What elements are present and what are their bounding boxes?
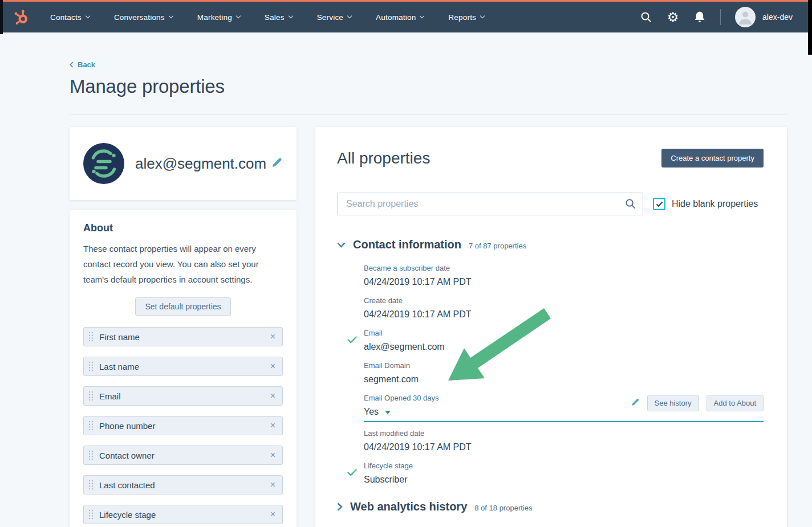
remove-icon[interactable]: × (270, 510, 275, 519)
remove-icon[interactable]: × (270, 451, 275, 460)
remove-icon[interactable]: × (270, 391, 275, 401)
remove-icon[interactable]: × (270, 362, 275, 371)
check-icon (656, 201, 663, 207)
nav-item-conversations[interactable]: Conversations (114, 13, 173, 22)
create-contact-property-button[interactable]: Create a contact property (661, 149, 764, 168)
chevron-down-icon (86, 14, 90, 18)
chevron-down-icon (288, 14, 293, 18)
chevron-left-icon (70, 62, 74, 68)
nav-item-label: Service (317, 13, 343, 22)
nav-item-service[interactable]: Service (317, 13, 351, 22)
nav-item-marketing[interactable]: Marketing (197, 13, 240, 22)
hide-blank-properties-checkbox[interactable] (653, 198, 665, 210)
page-content: Back Manage properties (0, 32, 812, 527)
property-row: Lifecycle stage Subscriber (364, 461, 764, 485)
drag-handle-icon[interactable] (88, 332, 94, 342)
drag-handle-icon[interactable] (88, 361, 94, 371)
hide-blank-properties-label[interactable]: Hide blank properties (672, 199, 758, 209)
divider (720, 9, 721, 25)
property-label: Contact owner (99, 451, 155, 460)
nav-item-contacts[interactable]: Contacts (50, 13, 90, 22)
avatar (735, 7, 756, 27)
default-property-item[interactable]: Phone number × (83, 416, 283, 435)
set-default-properties-button[interactable]: Set default properties (135, 297, 230, 316)
default-property-item[interactable]: First name × (83, 327, 283, 346)
see-history-button[interactable]: See history (647, 395, 699, 411)
edit-pencil-icon[interactable] (631, 398, 640, 409)
property-label: Email (364, 329, 764, 338)
chevron-down-icon (480, 14, 485, 18)
chevron-down-icon (347, 14, 352, 18)
chevron-down-icon (236, 14, 241, 18)
screen-edge-artifact (0, 0, 3, 34)
property-label: Create date (364, 296, 764, 305)
property-label: Email (99, 391, 121, 401)
property-value: 04/24/2019 10:17 AM PDT (364, 276, 764, 288)
property-value: Yes (364, 406, 379, 418)
remove-icon[interactable]: × (270, 480, 275, 489)
nav-item-label: Marketing (197, 13, 232, 22)
nav-item-sales[interactable]: Sales (265, 13, 293, 22)
section-title: Contact information (353, 238, 461, 251)
remove-icon[interactable]: × (270, 332, 275, 341)
section-title: Web analytics history (350, 500, 467, 513)
remove-icon[interactable]: × (270, 421, 275, 430)
chevron-down-icon (169, 14, 173, 18)
divider (70, 115, 787, 115)
contact-profile-card: alex@segment.com (70, 127, 297, 200)
drag-handle-icon[interactable] (88, 480, 94, 490)
property-label: Email Domain (364, 361, 764, 370)
property-value: 04/24/2019 10:17 AM PDT (364, 442, 764, 453)
hubspot-logo-icon[interactable] (13, 9, 30, 26)
search-properties-input[interactable] (337, 193, 643, 215)
default-property-item[interactable]: Email × (83, 386, 283, 406)
property-label: Lifecycle stage (364, 461, 764, 471)
drag-handle-icon[interactable] (88, 450, 94, 460)
property-label: First name (99, 332, 140, 342)
property-label: Became a subscriber date (364, 264, 764, 273)
gear-icon[interactable]: ⚙ (667, 11, 679, 23)
segment-logo-avatar (83, 143, 124, 184)
search-icon (625, 198, 636, 211)
add-to-about-button[interactable]: Add to About (707, 395, 764, 411)
default-property-item[interactable]: Lifecycle stage × (83, 505, 283, 524)
user-menu[interactable]: alex-dev (735, 7, 793, 27)
section-count: 8 of 18 properties (474, 504, 532, 512)
nav-item-label: Reports (448, 13, 476, 22)
about-card: About These contact properties will appe… (70, 210, 297, 527)
about-title: About (83, 222, 283, 234)
edit-pencil-icon[interactable] (271, 157, 283, 171)
default-property-item[interactable]: Last contacted × (83, 475, 283, 495)
dropdown-caret-icon (385, 411, 391, 414)
nav-item-reports[interactable]: Reports (448, 13, 484, 22)
nav-item-label: Conversations (114, 13, 165, 22)
default-property-item[interactable]: Contact owner × (83, 446, 283, 465)
main-menu: Contacts Conversations Marketing Sales S… (50, 13, 484, 22)
drag-handle-icon[interactable] (88, 391, 94, 401)
drag-handle-icon[interactable] (88, 420, 94, 431)
nav-item-automation[interactable]: Automation (376, 13, 424, 22)
default-property-item[interactable]: Last name × (83, 357, 283, 376)
back-link[interactable]: Back (70, 60, 95, 69)
property-row: Became a subscriber date 04/24/2019 10:1… (364, 264, 764, 288)
chevron-right-icon[interactable] (337, 503, 343, 511)
property-label: Lifecycle stage (99, 510, 156, 520)
chevron-down-icon[interactable] (337, 242, 346, 248)
property-value: 04/24/2019 10:17 AM PDT (364, 309, 764, 320)
section-header-contact-information[interactable]: Contact information 7 of 87 properties (337, 238, 764, 251)
drag-handle-icon[interactable] (88, 509, 94, 520)
property-row: Email Domain segment.com (364, 361, 764, 385)
nav-item-label: Sales (265, 13, 285, 22)
search-icon[interactable] (640, 11, 652, 23)
property-value: segment.com (364, 374, 764, 385)
all-properties-title: All properties (337, 149, 430, 168)
all-properties-card: All properties Create a contact property… (315, 127, 787, 527)
property-value: alex@segment.com (364, 341, 764, 353)
checkmark-icon (347, 336, 357, 346)
contact-email: alex@segment.com (135, 155, 266, 173)
property-label: Phone number (99, 421, 155, 431)
section-header-web-analytics-history[interactable]: Web analytics history 8 of 18 properties (337, 500, 764, 513)
screen-edge-artifact (808, 0, 812, 55)
page-title: Manage properties (70, 76, 787, 97)
bell-icon[interactable] (693, 11, 706, 23)
